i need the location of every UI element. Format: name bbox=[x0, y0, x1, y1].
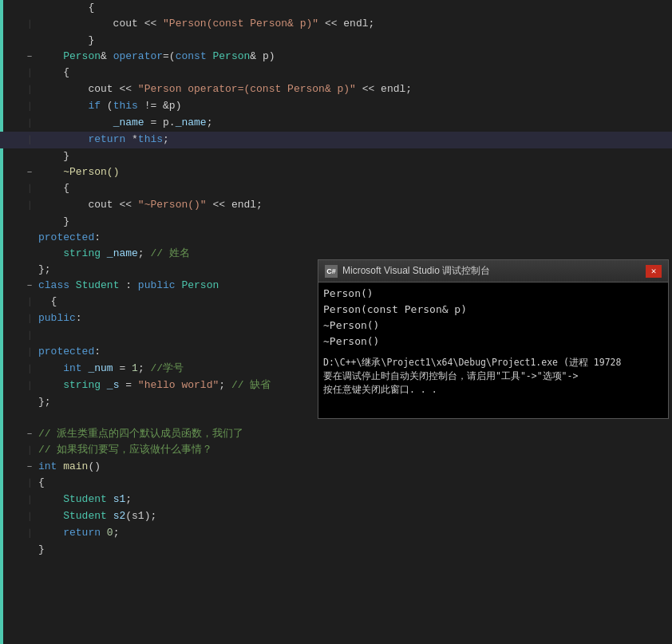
code-content: cout << "~Person()" << endl; bbox=[35, 197, 672, 213]
console-window: C# Microsoft Visual Studio 调试控制台 ✕ Perso… bbox=[318, 259, 669, 419]
code-content: return 0; bbox=[35, 525, 672, 541]
code-line: } bbox=[0, 148, 672, 164]
console-titlebar: C# Microsoft Visual Studio 调试控制台 ✕ bbox=[318, 260, 668, 282]
console-title: Microsoft Visual Studio 调试控制台 bbox=[342, 264, 641, 278]
code-content: return *this; bbox=[35, 132, 672, 148]
code-line: │ { bbox=[0, 475, 672, 492]
code-content: { bbox=[35, 65, 672, 81]
code-line: │ return 0; bbox=[0, 525, 672, 542]
console-icon-text: C# bbox=[326, 267, 336, 275]
code-line: − ~Person() bbox=[0, 164, 672, 180]
code-content: Student s2(s1); bbox=[35, 508, 672, 524]
fold-col: − bbox=[24, 459, 35, 475]
fold-col: │ bbox=[24, 65, 35, 81]
code-content: ~Person() bbox=[35, 164, 672, 180]
code-content: Person& operator=(const Person& p) bbox=[35, 49, 672, 65]
fold-col: │ bbox=[24, 98, 35, 115]
console-spacer bbox=[323, 350, 663, 356]
fold-col: − bbox=[24, 278, 35, 294]
code-content: Student s1; bbox=[35, 492, 672, 508]
code-line: │ cout << "Person operator=(const Person… bbox=[0, 81, 672, 98]
code-content: { bbox=[35, 180, 672, 196]
fold-col: │ bbox=[24, 81, 35, 98]
code-content: } bbox=[35, 148, 672, 164]
console-body: Person() Person(const Person& p) ~Person… bbox=[318, 282, 668, 400]
code-line: │ { bbox=[0, 180, 672, 197]
code-content: cout << "Person operator=(const Person& … bbox=[35, 81, 672, 97]
code-line: │ Student s2(s1); bbox=[0, 508, 672, 525]
fold-col: │ bbox=[24, 180, 35, 197]
fold-col: │ bbox=[24, 132, 35, 148]
console-info: 要在调试停止时自动关闭控制台，请启用"工具"->"选项"-> bbox=[323, 369, 663, 383]
fold-col: │ bbox=[24, 492, 35, 508]
code-line: │ Student s1; bbox=[0, 492, 672, 508]
editor-container: { │ cout << "Person(const Person& p)" <<… bbox=[0, 0, 672, 644]
fold-col: │ bbox=[24, 310, 35, 327]
fold-col: │ bbox=[24, 16, 35, 33]
code-content: int main() bbox=[35, 459, 672, 475]
code-content: { bbox=[35, 0, 672, 16]
fold-col: − bbox=[24, 49, 35, 65]
fold-col: │ bbox=[24, 508, 35, 525]
code-line: │ cout << "~Person()" << endl; bbox=[0, 197, 672, 214]
fold-col: │ bbox=[24, 475, 35, 492]
code-line: } bbox=[0, 214, 672, 230]
code-line: } bbox=[0, 33, 672, 49]
fold-col: │ bbox=[24, 377, 35, 394]
code-line: { bbox=[0, 0, 672, 16]
console-path: D:\C++\继承\Project1\x64\Debug\Project1.ex… bbox=[323, 356, 663, 369]
console-output-line: ~Person() bbox=[323, 334, 663, 350]
code-content: protected: bbox=[35, 230, 672, 246]
code-content: } bbox=[35, 33, 672, 49]
code-line: │ cout << "Person(const Person& p)" << e… bbox=[0, 16, 672, 33]
fold-col: │ bbox=[24, 525, 35, 542]
code-line: │ { bbox=[0, 65, 672, 81]
code-content: // 派生类重点的四个默认成员函数，我们了 bbox=[35, 426, 672, 442]
fold-col: │ bbox=[24, 294, 35, 310]
code-line: − // 派生类重点的四个默认成员函数，我们了 bbox=[0, 426, 672, 442]
fold-col: │ bbox=[24, 442, 35, 459]
code-content: } bbox=[35, 214, 672, 230]
code-line: protected: bbox=[0, 230, 672, 246]
console-app-icon: C# bbox=[325, 265, 338, 278]
console-close-button[interactable]: ✕ bbox=[646, 265, 662, 278]
code-line: │ if (this != &p) bbox=[0, 98, 672, 115]
fold-col: │ bbox=[24, 361, 35, 377]
code-content: cout << "Person(const Person& p)" << end… bbox=[35, 16, 672, 32]
console-output-line: Person() bbox=[323, 286, 663, 302]
fold-col: │ bbox=[24, 327, 35, 344]
code-content: _name = p._name; bbox=[35, 115, 672, 131]
code-line: │ _name = p._name; bbox=[0, 115, 672, 132]
code-content: // 如果我们要写，应该做什么事情？ bbox=[35, 442, 672, 458]
code-line: − int main() bbox=[0, 459, 672, 475]
console-output-line: Person(const Person& p) bbox=[323, 302, 663, 318]
code-line: │ // 如果我们要写，应该做什么事情？ bbox=[0, 442, 672, 459]
code-line: − Person& operator=(const Person& p) bbox=[0, 49, 672, 65]
code-content: } bbox=[35, 542, 672, 558]
fold-col: │ bbox=[24, 197, 35, 214]
code-content: if (this != &p) bbox=[35, 98, 672, 114]
code-line: │ return *this; bbox=[0, 132, 672, 148]
console-close-msg: 按任意键关闭此窗口. . . bbox=[323, 383, 663, 397]
fold-col: − bbox=[24, 426, 35, 442]
console-output-line: ~Person() bbox=[323, 318, 663, 334]
code-line: } bbox=[0, 542, 672, 558]
fold-col: │ bbox=[24, 115, 35, 132]
code-content: { bbox=[35, 475, 672, 491]
fold-col: − bbox=[24, 164, 35, 180]
fold-col: │ bbox=[24, 344, 35, 361]
